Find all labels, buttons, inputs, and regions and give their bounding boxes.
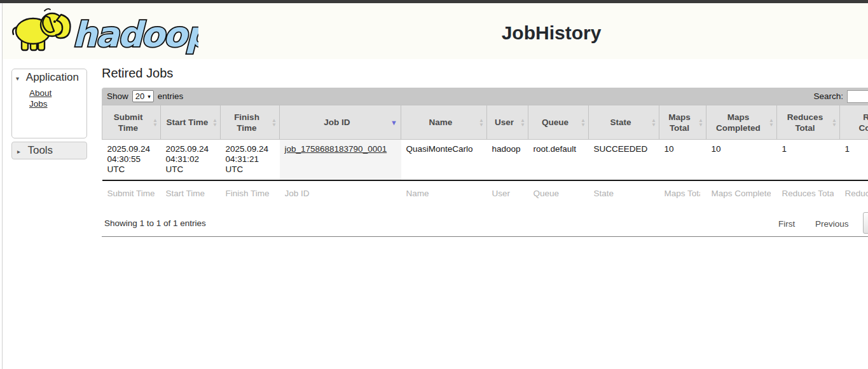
- hadoop-logo: hadoop: [8, 6, 198, 58]
- column-header-user[interactable]: User▲▼: [487, 105, 528, 140]
- retired-jobs-table: Submit Time▲▼ Start Time▲▼ Finish Time▲▼…: [102, 105, 868, 211]
- cell-state: SUCCEEDED: [589, 140, 659, 180]
- show-label: Show: [107, 91, 128, 101]
- filter-input-start-time[interactable]: [166, 188, 214, 199]
- sort-icon: ▲▼: [581, 118, 586, 127]
- filter-input-name[interactable]: [406, 188, 481, 199]
- sort-icon: ▲▼: [520, 118, 525, 127]
- sort-icon: ▲▼: [212, 118, 217, 127]
- filter-input-job-id[interactable]: [285, 188, 395, 199]
- cell-finish-time: 2025.09.24 04:31:21 UTC: [221, 140, 280, 180]
- cell-user: hadoop: [487, 140, 528, 180]
- hadoop-elephant-icon: hadoop: [8, 6, 198, 55]
- sort-icon: ▲▼: [272, 118, 277, 127]
- filter-input-submit-time[interactable]: [107, 188, 155, 199]
- application-links: About Jobs: [12, 85, 86, 109]
- filter-input-user[interactable]: [492, 188, 522, 199]
- filter-input-maps-total[interactable]: [665, 188, 700, 199]
- table-row: 2025.09.24 04:30:55 UTC 2025.09.24 04:31…: [102, 140, 868, 180]
- chevron-down-icon: ▾: [148, 93, 151, 100]
- sort-icon: ▲▼: [698, 118, 703, 127]
- tools-accordion-header[interactable]: ▸ Tools: [11, 142, 87, 159]
- sort-descending-icon: ▼: [390, 117, 397, 128]
- svg-text:hadoop: hadoop: [72, 15, 198, 55]
- cell-maps-total: 10: [659, 140, 706, 180]
- column-header-job-id[interactable]: Job ID▼: [280, 105, 401, 140]
- entries-label: entries: [158, 91, 184, 101]
- cell-submit-time: 2025.09.24 04:30:55 UTC: [102, 140, 161, 180]
- application-accordion-header[interactable]: ▾ Application: [12, 69, 86, 85]
- application-accordion: ▾ Application About Jobs: [11, 69, 87, 138]
- sort-icon: ▲▼: [479, 118, 484, 127]
- cell-reduces-total: 1: [777, 140, 840, 180]
- filter-input-state[interactable]: [594, 188, 653, 199]
- cell-reduces-completed: 1: [840, 140, 868, 180]
- column-header-reduces-completed[interactable]: Reduces Completed▲▼: [840, 105, 868, 140]
- filter-input-reduces-total[interactable]: [782, 188, 834, 199]
- application-accordion-label: Application: [26, 71, 79, 83]
- column-header-finish-time[interactable]: Finish Time▲▼: [221, 105, 280, 140]
- sidebar: ▾ Application About Jobs ▸ Tools: [11, 69, 87, 159]
- main-content: Retired Jobs Show 20 ▾ entries Search: S…: [102, 66, 868, 250]
- tools-accordion-label: Tools: [27, 144, 53, 156]
- sort-icon: ▲▼: [832, 118, 837, 127]
- column-header-name[interactable]: Name▲▼: [401, 105, 487, 140]
- caret-down-icon: ▾: [16, 75, 24, 82]
- filter-input-reduces-completed[interactable]: [845, 188, 868, 199]
- caret-right-icon: ▸: [17, 148, 25, 155]
- filter-input-maps-completed[interactable]: [712, 188, 771, 199]
- search-input[interactable]: [847, 90, 868, 103]
- pagination-page-button[interactable]: 1: [863, 212, 868, 234]
- table-footer: Showing 1 to 1 of 1 entries First Previo…: [102, 211, 868, 237]
- column-header-reduces-total[interactable]: Reduces Total▲▼: [777, 105, 840, 140]
- section-heading: Retired Jobs: [102, 66, 868, 81]
- pagination-previous-button[interactable]: Previous: [815, 219, 849, 229]
- page-size-select[interactable]: 20 ▾: [132, 90, 154, 102]
- column-header-maps-completed[interactable]: Maps Completed▲▼: [706, 105, 777, 140]
- entries-info: Showing 1 to 1 of 1 entries: [104, 218, 206, 228]
- column-header-start-time[interactable]: Start Time▲▼: [161, 105, 221, 140]
- sort-icon: ▲▼: [769, 118, 774, 127]
- sidebar-item-about[interactable]: About: [29, 88, 86, 98]
- column-header-queue[interactable]: Queue▲▼: [528, 105, 589, 140]
- cell-job-id: job_1758688183790_0001: [280, 140, 401, 180]
- table-header-row: Submit Time▲▼ Start Time▲▼ Finish Time▲▼…: [102, 105, 868, 140]
- filter-row: [102, 180, 868, 211]
- column-header-state[interactable]: State▲▼: [589, 105, 659, 140]
- cell-name: QuasiMonteCarlo: [401, 140, 487, 180]
- page-size-value: 20: [135, 91, 144, 101]
- filter-input-queue[interactable]: [534, 188, 582, 199]
- sort-icon: ▲▼: [651, 118, 656, 127]
- sort-icon: ▲▼: [153, 118, 158, 127]
- page-header: hadoop JobHistory: [3, 3, 868, 59]
- column-header-submit-time[interactable]: Submit Time▲▼: [102, 105, 161, 140]
- cell-start-time: 2025.09.24 04:31:02 UTC: [161, 140, 221, 180]
- page-title: JobHistory: [502, 22, 602, 44]
- sidebar-item-jobs[interactable]: Jobs: [29, 98, 86, 109]
- pagination-first-button[interactable]: First: [778, 219, 795, 229]
- column-header-maps-total[interactable]: Maps Total▲▼: [659, 105, 706, 140]
- cell-maps-completed: 10: [706, 140, 777, 180]
- job-id-link[interactable]: job_1758688183790_0001: [285, 144, 387, 154]
- table-toolbar: Show 20 ▾ entries Search:: [102, 88, 868, 105]
- cell-queue: root.default: [528, 140, 589, 180]
- search-label: Search:: [813, 91, 843, 101]
- filter-input-finish-time[interactable]: [226, 188, 273, 199]
